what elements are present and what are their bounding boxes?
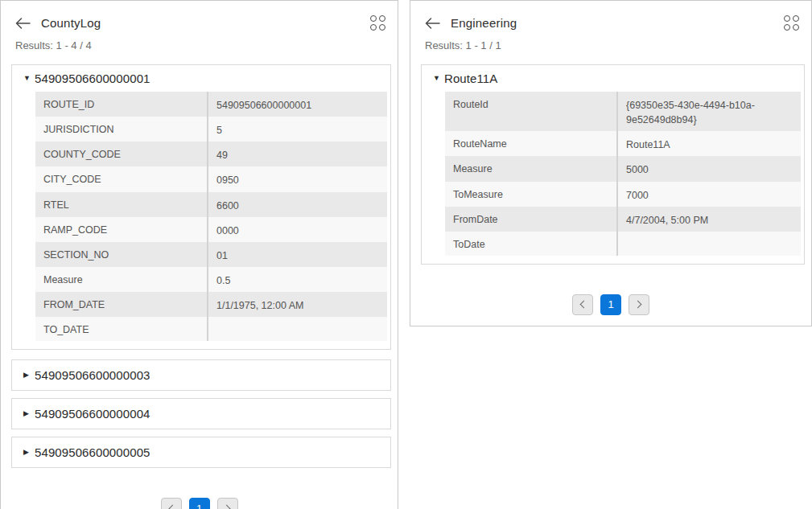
page-number-button[interactable]: 1 <box>600 294 621 315</box>
field-row: FromDate4/7/2004, 5:00 PM <box>445 207 801 232</box>
field-value: 01 <box>208 242 387 267</box>
feature-toggle[interactable]: ▶54909506600000003 <box>12 360 390 390</box>
field-name: SECTION_NO <box>35 242 208 267</box>
caret-down-icon: ▼ <box>23 75 35 82</box>
feature-card: ▼Route11ARouteId{69350e35-430e-4494-b10a… <box>421 64 805 265</box>
chevron-right-icon <box>222 504 230 509</box>
feature-card: ▼54909506600000001ROUTE_ID54909506600000… <box>11 64 391 350</box>
field-value: 5 <box>208 117 387 142</box>
feature-title: 54909506600000001 <box>35 72 150 85</box>
caret-right-icon: ▶ <box>23 410 35 417</box>
feature-card: ▶54909506600000004 <box>11 398 391 429</box>
feature-title: 54909506600000004 <box>35 407 150 421</box>
apps-grid-dot <box>793 24 799 31</box>
field-value <box>618 232 801 256</box>
field-row: FROM_DATE1/1/1975, 12:00 AM <box>35 292 387 317</box>
results-count: Results: 1 - 4 / 4 <box>1 31 398 51</box>
apps-grid-dot <box>379 15 385 22</box>
back-button[interactable] <box>425 18 440 29</box>
feature-list: ▼Route11ARouteId{69350e35-430e-4494-b10a… <box>410 64 811 265</box>
field-value: {69350e35-430e-4494-b10a-9e52649d8b94} <box>618 92 801 131</box>
field-row: RouteId{69350e35-430e-4494-b10a-9e52649d… <box>445 92 801 131</box>
field-value: 6600 <box>208 192 387 217</box>
caret-right-icon: ▶ <box>23 371 35 379</box>
apps-grid-dot <box>370 15 377 22</box>
field-name: ROUTE_ID <box>35 92 208 117</box>
feature-toggle[interactable]: ▼Route11A <box>422 65 804 89</box>
feature-toggle[interactable]: ▶54909506600000005 <box>12 437 390 467</box>
back-button[interactable] <box>15 18 31 29</box>
field-name: ToDate <box>445 232 618 256</box>
prev-page-button[interactable] <box>161 498 182 509</box>
apps-grid-dot <box>784 24 790 31</box>
apps-grid-icon[interactable] <box>369 14 386 31</box>
apps-grid-dot <box>379 24 385 31</box>
panel-header: Engineering <box>410 1 811 31</box>
feature-toggle[interactable]: ▶54909506600000004 <box>12 399 390 429</box>
field-name: ToMeasure <box>445 182 618 207</box>
left-arrow-icon <box>15 18 31 29</box>
page-number-button[interactable]: 1 <box>189 498 210 509</box>
panel-title: CountyLog <box>41 16 101 30</box>
field-value: 1/1/1975, 12:00 AM <box>208 292 387 317</box>
attribute-table: RouteId{69350e35-430e-4494-b10a-9e52649d… <box>445 92 801 256</box>
chevron-left-icon <box>168 504 176 509</box>
apps-grid-icon[interactable] <box>783 14 800 31</box>
results-panel-1: Engineering Results: 1 - 1 / 1 ▼Route11A… <box>410 0 812 326</box>
field-row: COUNTY_CODE49 <box>35 142 387 166</box>
feature-card: ▶54909506600000003 <box>11 359 391 391</box>
field-row: ROUTE_ID54909506600000001 <box>35 92 387 117</box>
feature-title: Route11A <box>444 72 497 85</box>
field-value: 54909506600000001 <box>208 92 387 117</box>
field-value: 0.5 <box>208 267 387 292</box>
field-row: TO_DATE <box>35 317 387 341</box>
left-arrow-icon <box>425 18 440 29</box>
field-row: JURISDICTION5 <box>35 117 387 142</box>
field-row: RouteNameRoute11A <box>445 131 801 156</box>
field-value: 0000 <box>208 217 387 242</box>
field-name: RouteName <box>445 131 618 156</box>
next-page-button[interactable] <box>217 498 238 509</box>
field-row: ToMeasure7000 <box>445 182 801 207</box>
panel-header: CountyLog <box>1 1 398 31</box>
feature-toggle[interactable]: ▼54909506600000001 <box>12 65 390 89</box>
field-row: ToDate <box>445 232 801 256</box>
chevron-right-icon <box>634 301 642 309</box>
next-page-button[interactable] <box>629 294 649 315</box>
feature-card: ▶54909506600000005 <box>11 437 391 468</box>
apps-grid-dot <box>784 15 790 22</box>
field-name: TO_DATE <box>35 317 208 341</box>
field-row: SECTION_NO01 <box>35 242 387 267</box>
feature-title: 54909506600000003 <box>35 368 150 382</box>
field-name: RouteId <box>445 92 618 131</box>
field-name: Measure <box>445 156 618 181</box>
attribute-table: ROUTE_ID54909506600000001JURISDICTION5CO… <box>35 92 387 341</box>
prev-page-button[interactable] <box>572 294 593 315</box>
field-row: RAMP_CODE0000 <box>35 217 387 242</box>
field-value: 7000 <box>618 182 801 207</box>
field-name: Measure <box>35 267 208 292</box>
field-name: FROM_DATE <box>35 292 208 317</box>
panel-title: Engineering <box>451 16 517 30</box>
results-count: Results: 1 - 1 / 1 <box>410 31 811 51</box>
field-value: 4/7/2004, 5:00 PM <box>618 207 801 232</box>
field-value: 5000 <box>618 156 801 181</box>
apps-grid-dot <box>370 24 377 31</box>
pagination: 1 <box>410 294 811 315</box>
caret-right-icon: ▶ <box>23 449 35 456</box>
apps-grid-dot <box>793 15 799 22</box>
caret-down-icon: ▼ <box>433 75 444 82</box>
field-value: 49 <box>208 142 387 166</box>
field-value: Route11A <box>618 131 801 156</box>
field-row: RTEL6600 <box>35 192 387 217</box>
pagination: 1 <box>1 498 398 509</box>
field-name: CITY_CODE <box>35 166 208 191</box>
field-row: CITY_CODE0950 <box>35 166 387 191</box>
field-row: Measure5000 <box>445 156 801 181</box>
field-name: RTEL <box>35 192 208 217</box>
feature-title: 54909506600000005 <box>35 445 150 459</box>
field-value <box>208 317 387 341</box>
field-row: Measure0.5 <box>35 267 387 292</box>
app: CountyLog Results: 1 - 4 / 4 ▼5490950660… <box>0 0 812 509</box>
field-name: RAMP_CODE <box>35 217 208 242</box>
